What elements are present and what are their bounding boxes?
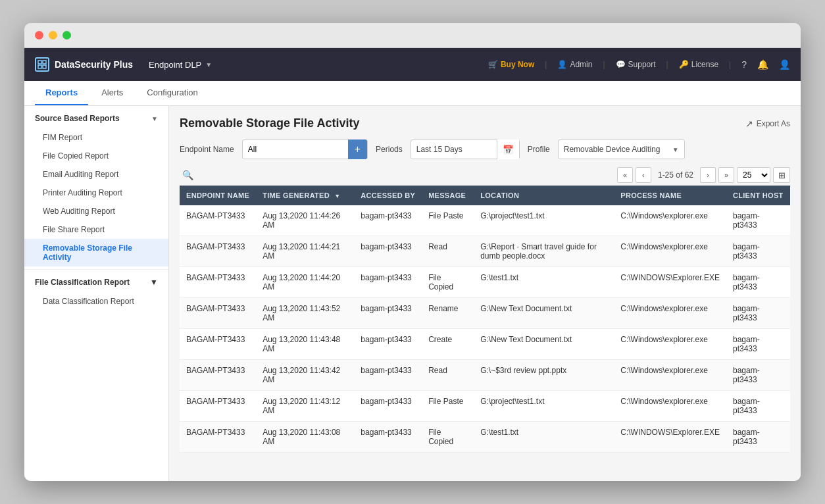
maximize-btn[interactable] bbox=[63, 31, 71, 39]
cell-message: File Paste bbox=[422, 205, 474, 236]
export-icon: ↗ bbox=[745, 118, 753, 129]
bell-icon[interactable]: 🔔 bbox=[757, 59, 768, 70]
cell-endpoint: BAGAM-PT3433 bbox=[180, 267, 256, 298]
tab-alerts[interactable]: Alerts bbox=[91, 81, 134, 105]
table-row: BAGAM-PT3433 Aug 13,2020 11:44:20 AM bag… bbox=[180, 267, 790, 298]
cell-client: bagam-pt3433 bbox=[726, 329, 790, 360]
cell-process: C:\Windows\explorer.exe bbox=[614, 329, 726, 360]
user-circle-icon[interactable]: 👤 bbox=[779, 59, 790, 70]
cell-location: G:\Report · Smart travel guide for dumb … bbox=[474, 236, 614, 267]
buy-now-link[interactable]: 🛒 Buy Now bbox=[488, 60, 534, 69]
first-page-button[interactable]: « bbox=[617, 167, 633, 183]
col-time[interactable]: TIME GENERATED ▼ bbox=[256, 186, 354, 205]
cell-client: bagam-pt3433 bbox=[726, 422, 790, 453]
close-btn[interactable] bbox=[35, 31, 43, 39]
sidebar-item-file-copied[interactable]: File Copied Report bbox=[24, 147, 168, 165]
help-icon[interactable]: ? bbox=[741, 59, 747, 70]
table-controls: 🔍 « ‹ 1-25 of 62 › » 25 50 100 ⊞ bbox=[180, 167, 790, 183]
cell-message: Create bbox=[422, 329, 474, 360]
sidebar-item-web-auditing[interactable]: Web Auditing Report bbox=[24, 202, 168, 220]
license-link[interactable]: 🔑 License bbox=[679, 60, 718, 69]
cell-location: G:\test1.txt bbox=[474, 422, 614, 453]
cell-endpoint: BAGAM-PT3433 bbox=[180, 422, 256, 453]
next-page-button[interactable]: › bbox=[700, 167, 716, 183]
cell-endpoint: BAGAM-PT3433 bbox=[180, 236, 256, 267]
sidebar-item-data-classification[interactable]: Data Classification Report bbox=[24, 292, 168, 311]
cell-client: bagam-pt3433 bbox=[726, 298, 790, 329]
cell-client: bagam-pt3433 bbox=[726, 236, 790, 267]
cell-process: C:\Windows\explorer.exe bbox=[614, 360, 726, 391]
profile-dropdown[interactable]: Removable Device Auditing bbox=[559, 145, 667, 154]
table-row: BAGAM-PT3433 Aug 13,2020 11:43:52 AM bag… bbox=[180, 298, 790, 329]
sidebar-item-printer-auditing[interactable]: Printer Auditing Report bbox=[24, 184, 168, 202]
admin-link[interactable]: 👤 Admin bbox=[557, 60, 592, 69]
cell-accessed: bagam-pt3433 bbox=[354, 298, 422, 329]
cell-process: C:\WINDOWS\Explorer.EXE bbox=[614, 267, 726, 298]
page-info: 1-25 of 62 bbox=[654, 170, 697, 180]
cell-time: Aug 13,2020 11:43:42 AM bbox=[256, 360, 354, 391]
cell-accessed: bagam-pt3433 bbox=[354, 391, 422, 422]
col-process: PROCESS NAME bbox=[614, 186, 726, 205]
cell-message: Rename bbox=[422, 298, 474, 329]
cell-message: File Copied bbox=[422, 267, 474, 298]
calendar-icon[interactable]: 📅 bbox=[497, 139, 519, 159]
endpoint-input-group: + bbox=[242, 139, 368, 159]
cart-icon: 🛒 bbox=[488, 60, 498, 69]
cell-message: File Copied bbox=[422, 422, 474, 453]
minimize-btn[interactable] bbox=[49, 31, 57, 39]
svg-rect-1 bbox=[43, 61, 46, 64]
endpoint-input[interactable] bbox=[243, 145, 348, 154]
table-row: BAGAM-PT3433 Aug 13,2020 11:43:12 AM bag… bbox=[180, 391, 790, 422]
profile-arrow-icon: ▼ bbox=[667, 146, 684, 153]
cell-time: Aug 13,2020 11:44:21 AM bbox=[256, 236, 354, 267]
cell-process: C:\Windows\explorer.exe bbox=[614, 236, 726, 267]
cell-time: Aug 13,2020 11:44:26 AM bbox=[256, 205, 354, 236]
data-table: ENDPOINT NAME TIME GENERATED ▼ ACCESSED … bbox=[180, 186, 790, 453]
brand: DataSecurity Plus bbox=[35, 57, 133, 72]
prev-page-button[interactable]: ‹ bbox=[636, 167, 651, 183]
cell-accessed: bagam-pt3433 bbox=[354, 360, 422, 391]
support-icon: 💬 bbox=[616, 60, 626, 69]
col-location: LOCATION bbox=[474, 186, 614, 205]
cell-client: bagam-pt3433 bbox=[726, 391, 790, 422]
table-row: BAGAM-PT3433 Aug 13,2020 11:44:21 AM bag… bbox=[180, 236, 790, 267]
sidebar-item-removable-storage[interactable]: Removable Storage File Activity bbox=[24, 239, 168, 266]
brand-icon bbox=[35, 57, 49, 72]
page-title: Removable Storage File Activity bbox=[180, 116, 359, 130]
period-input[interactable] bbox=[411, 145, 497, 154]
export-button[interactable]: ↗ Export As bbox=[745, 118, 790, 129]
support-link[interactable]: 💬 Support bbox=[616, 60, 656, 69]
column-toggle-button[interactable]: ⊞ bbox=[773, 167, 790, 183]
cell-location: G:\project\test1.txt bbox=[474, 391, 614, 422]
sidebar-item-email-auditing[interactable]: Email Auditing Report bbox=[24, 165, 168, 184]
tab-configuration[interactable]: Configuration bbox=[136, 81, 208, 105]
sidebar-item-fim[interactable]: FIM Report bbox=[24, 128, 168, 147]
cell-location: G:\project\test1.txt bbox=[474, 205, 614, 236]
cell-message: Read bbox=[422, 236, 474, 267]
module-selector[interactable]: Endpoint DLP ▼ bbox=[149, 60, 212, 70]
cell-client: bagam-pt3433 bbox=[726, 360, 790, 391]
svg-rect-2 bbox=[38, 65, 41, 68]
cell-time: Aug 13,2020 11:43:52 AM bbox=[256, 298, 354, 329]
sidebar-section-source[interactable]: Source Based Reports ▼ bbox=[24, 106, 168, 128]
sidebar-item-file-share[interactable]: File Share Report bbox=[24, 220, 168, 239]
cell-process: C:\WINDOWS\Explorer.EXE bbox=[614, 422, 726, 453]
search-button[interactable]: 🔍 bbox=[180, 167, 196, 183]
add-endpoint-button[interactable]: + bbox=[348, 139, 367, 159]
cell-location: G:\New Text Document.txt bbox=[474, 329, 614, 360]
tab-reports[interactable]: Reports bbox=[35, 81, 88, 105]
sidebar-section-classification[interactable]: File Classification Report ▼ bbox=[24, 269, 168, 292]
table-row: BAGAM-PT3433 Aug 13,2020 11:43:48 AM bag… bbox=[180, 329, 790, 360]
profile-select-group: Removable Device Auditing ▼ bbox=[558, 139, 685, 159]
endpoint-label: Endpoint Name bbox=[180, 145, 234, 154]
chevron-down-icon: ▼ bbox=[151, 115, 158, 122]
table-row: BAGAM-PT3433 Aug 13,2020 11:44:26 AM bag… bbox=[180, 205, 790, 236]
page-size-select[interactable]: 25 50 100 bbox=[737, 167, 770, 183]
cell-client: bagam-pt3433 bbox=[726, 267, 790, 298]
title-bar bbox=[24, 23, 801, 48]
last-page-button[interactable]: » bbox=[718, 167, 734, 183]
period-input-group: 📅 bbox=[411, 139, 520, 159]
cell-message: Read bbox=[422, 360, 474, 391]
cell-client: bagam-pt3433 bbox=[726, 205, 790, 236]
cell-location: G:\New Text Document.txt bbox=[474, 298, 614, 329]
